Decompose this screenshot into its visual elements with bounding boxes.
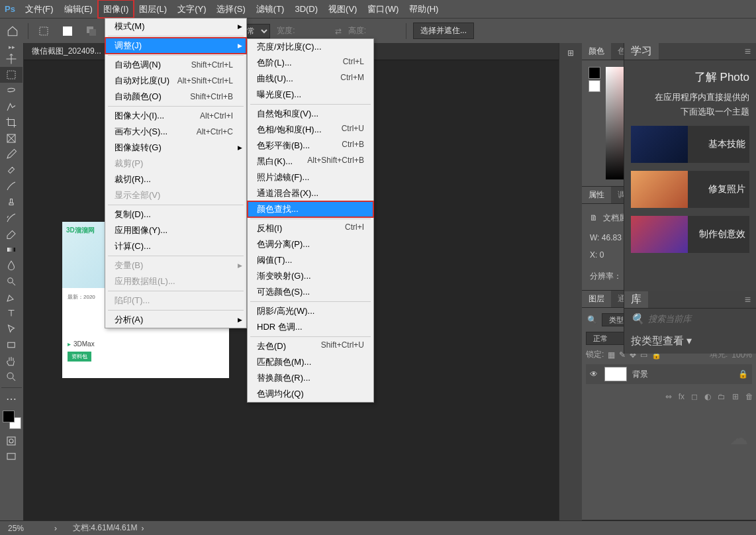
dodge-tool[interactable] [0,273,23,289]
hand-tool[interactable] [0,353,23,369]
stamp-tool[interactable] [0,194,23,210]
eraser-tool[interactable] [0,226,23,242]
marquee-tool[interactable] [0,67,23,83]
menu-item[interactable]: 色调分离(P)... [248,236,373,252]
menu-item[interactable]: 匹配颜色(M)... [248,354,373,370]
tab-layers[interactable]: 图层 [582,291,611,307]
menu-item[interactable]: 色阶(L)...Ctrl+L [248,55,373,71]
color-swatch[interactable] [3,411,21,429]
marquee-preset-icon[interactable] [35,23,52,40]
group-icon[interactable]: 🗀 [718,392,726,401]
fx-icon[interactable]: fx [679,392,685,401]
menu-编辑(E)[interactable]: 编辑(E) [59,0,98,18]
fg-swatch[interactable] [589,67,600,79]
adjustment-icon[interactable]: ◐ [704,392,711,401]
quick-select-tool[interactable] [0,99,23,115]
menu-item[interactable]: 颜色查找... [248,201,373,217]
bg-swatch[interactable] [589,80,600,92]
history-brush-tool[interactable] [0,210,23,226]
menu-图层(L)[interactable]: 图层(L) [134,0,172,18]
menu-item[interactable]: 阈值(T)... [248,252,373,268]
rectangle-tool[interactable] [0,337,23,353]
menu-3D(D)[interactable]: 3D(D) [289,0,323,18]
menu-item[interactable]: 反相(I)Ctrl+I [248,220,373,236]
learn-card[interactable]: 修复照片 [631,171,749,208]
quickmask-icon[interactable] [0,433,23,449]
delete-icon[interactable]: 🗑 [745,392,753,401]
visibility-icon[interactable]: 👁 [590,369,599,379]
menu-滤镜(T)[interactable]: 滤镜(T) [251,0,290,18]
lasso-tool[interactable] [0,83,23,99]
menu-item[interactable]: 阴影/高光(W)... [248,303,373,319]
menu-文件(F)[interactable]: 文件(F) [20,0,59,18]
menu-item[interactable]: 可选颜色(S)... [248,284,373,300]
layer-row[interactable]: 👁 背景 🔒 [586,364,752,384]
tab-props[interactable]: 属性 [582,187,611,203]
selection-mode-add-icon[interactable] [83,23,100,40]
zoom-tool[interactable] [0,369,23,385]
menu-item[interactable]: 曲线(U)...Ctrl+M [248,71,373,87]
search-icon[interactable]: 🔍 [586,314,598,326]
edit-toolbar-icon[interactable]: ⋯ [0,391,23,407]
menu-item[interactable]: 复制(D)... [105,207,246,222]
menu-item[interactable]: 照片滤镜(F)... [248,170,373,185]
menu-视图(V)[interactable]: 视图(V) [323,0,362,18]
chevron-right-icon[interactable]: › [54,524,57,533]
menu-item[interactable]: HDR 色调... [248,319,373,335]
menu-item[interactable]: 模式(M) [105,19,246,34]
select-and-mask-button[interactable]: 选择并遮住... [413,23,474,39]
frame-tool[interactable] [0,130,23,146]
menu-item[interactable]: 裁切(R)... [105,171,246,187]
menu-item[interactable]: 自然饱和度(V)... [248,106,373,122]
selection-mode-new-icon[interactable] [59,23,76,40]
type-tool[interactable] [0,305,23,321]
menu-item[interactable]: 色相/饱和度(H)...Ctrl+U [248,122,373,138]
new-layer-icon[interactable]: ⊞ [732,392,739,401]
learn-card[interactable]: 基本技能 [631,126,749,163]
screenmode-icon[interactable] [0,449,23,465]
pen-tool[interactable] [0,289,23,305]
chevron-right-icon[interactable]: › [141,524,144,533]
menu-item[interactable]: 黑白(K)...Alt+Shift+Ctrl+B [248,154,373,170]
tab-color[interactable]: 颜色 [582,43,611,60]
menu-item[interactable]: 调整(J) [105,38,246,54]
mask-icon[interactable]: ◻ [691,392,698,401]
tab-learn[interactable]: 学习 [624,43,659,60]
menu-item[interactable]: 应用图像(Y)... [105,222,246,238]
menu-item[interactable]: 亮度/对比度(C)... [248,39,373,55]
lock-trans-icon[interactable]: ▦ [608,350,615,360]
crop-tool[interactable] [0,115,23,130]
menu-文字(Y)[interactable]: 文字(Y) [172,0,211,18]
toolbar-expand-icon[interactable]: ▸▸ [0,43,23,51]
menu-item[interactable]: 计算(C)... [105,238,246,254]
library-category-select[interactable]: 按类型查看 ▾ [624,329,756,354]
menu-item[interactable]: 图像大小(I)...Alt+Ctrl+I [105,108,246,124]
blur-tool[interactable] [0,258,23,273]
move-tool[interactable] [0,51,23,67]
gradient-tool[interactable] [0,242,23,258]
learn-card[interactable]: 制作创意效 [631,216,749,253]
menu-item[interactable]: 画布大小(S)...Alt+Ctrl+C [105,124,246,140]
menu-item[interactable]: 去色(D)Shift+Ctrl+U [248,338,373,354]
menu-item[interactable]: 色调均化(Q) [248,386,373,402]
menu-item[interactable]: 自动对比度(U)Alt+Shift+Ctrl+L [105,73,246,89]
tab-library[interactable]: 库 [624,291,648,308]
menu-item[interactable]: 自动色调(N)Shift+Ctrl+L [105,57,246,73]
menu-窗口(W)[interactable]: 窗口(W) [362,0,404,18]
menu-item[interactable]: 图像旋转(G) [105,140,246,156]
menu-item[interactable]: 分析(A) [105,312,246,328]
swap-icon[interactable]: ⇄ [335,26,342,36]
collapsed-panel-strip[interactable]: ⊞ [559,43,582,520]
home-icon[interactable] [4,23,21,40]
library-search-input[interactable] [648,314,749,324]
zoom-level[interactable]: 25% [8,524,54,533]
menu-item[interactable]: 曝光度(E)... [248,87,373,103]
menu-item[interactable]: 渐变映射(G)... [248,268,373,284]
link-icon[interactable]: ⇔ [665,392,672,401]
menu-选择(S)[interactable]: 选择(S) [211,0,250,18]
menu-item[interactable]: 通道混合器(X)... [248,185,373,201]
menu-item[interactable]: 自动颜色(O)Shift+Ctrl+B [105,89,246,105]
path-select-tool[interactable] [0,321,23,337]
brush-tool[interactable] [0,178,23,194]
menu-item[interactable]: 色彩平衡(B)...Ctrl+B [248,138,373,154]
